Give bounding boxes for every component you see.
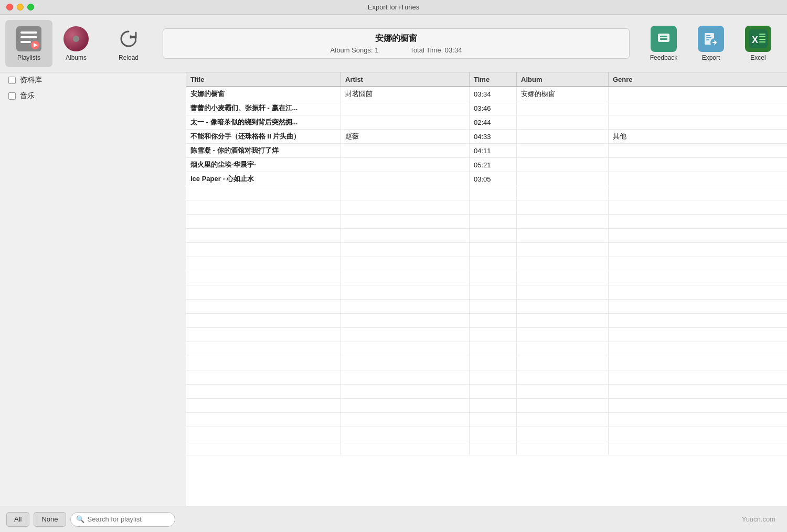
all-button[interactable]: All: [6, 512, 29, 527]
table-row[interactable]: [186, 271, 787, 285]
playlists-icon: [16, 26, 42, 52]
cell-title: 陈雪凝 - 你的酒馆对我打了烊: [186, 144, 341, 157]
col-artist: Artist: [341, 72, 470, 86]
cell-album: [517, 285, 609, 299]
playlists-button[interactable]: Playlists: [5, 20, 52, 67]
search-input[interactable]: [88, 515, 169, 523]
cell-time: [470, 271, 517, 285]
cell-album: [517, 314, 609, 327]
cell-time: 02:44: [470, 115, 517, 129]
cell-album: [517, 328, 609, 342]
close-button[interactable]: [6, 4, 13, 10]
table-row[interactable]: 太一 - 像暗杀似的绕到背后突然拥...02:44: [186, 115, 787, 130]
window-controls[interactable]: [6, 4, 34, 10]
cell-genre: [609, 87, 787, 101]
cell-album: [517, 130, 609, 143]
cell-genre: [609, 285, 787, 299]
cell-time: [470, 257, 517, 271]
table-row[interactable]: [186, 243, 787, 257]
cell-album: [517, 215, 609, 228]
library-checkbox[interactable]: [8, 77, 16, 84]
cell-artist: [341, 441, 470, 455]
toolbar: Playlists Albums Reload 安娜的橱窗 Album Song…: [0, 15, 787, 72]
cell-time: 03:46: [470, 101, 517, 115]
table-row[interactable]: [186, 356, 787, 370]
table-row[interactable]: [186, 413, 787, 427]
cell-genre: [609, 186, 787, 200]
music-checkbox[interactable]: [8, 92, 16, 100]
col-album: Album: [517, 72, 609, 86]
reload-label: Reload: [119, 54, 139, 61]
table-row[interactable]: [186, 385, 787, 399]
table-body[interactable]: 安娜的橱窗封茗囧菌03:34安娜的橱窗蕾蕾的小麦霸们、张振轩 - 赢在江...0…: [186, 87, 787, 506]
none-button[interactable]: None: [34, 512, 66, 527]
table-row[interactable]: [186, 300, 787, 314]
table-row[interactable]: [186, 229, 787, 243]
cell-artist: [341, 285, 470, 299]
table-row[interactable]: [186, 215, 787, 229]
table-row[interactable]: 不能和你分手（还珠格格 II 片头曲）赵薇04:33其他: [186, 130, 787, 144]
table-row[interactable]: [186, 427, 787, 441]
cell-time: 03:34: [470, 87, 517, 101]
cell-album: [517, 229, 609, 242]
cell-artist: [341, 172, 470, 186]
table-row[interactable]: [186, 370, 787, 385]
cell-album: [517, 271, 609, 285]
main-content: 资料库 音乐 Title Artist Time Album Genre 安娜的…: [0, 72, 787, 506]
minimize-button[interactable]: [17, 4, 24, 10]
table-row[interactable]: [186, 257, 787, 271]
feedback-button[interactable]: Feedback: [640, 20, 687, 67]
table-row[interactable]: 安娜的橱窗封茗囧菌03:34安娜的橱窗: [186, 87, 787, 101]
album-meta: Album Songs: 1 Total Time: 03:34: [331, 46, 462, 54]
table-row[interactable]: [186, 441, 787, 455]
cell-album: [517, 427, 609, 441]
cell-time: 04:11: [470, 144, 517, 157]
export-button[interactable]: Export: [687, 20, 735, 67]
table-row[interactable]: Ice Paper - 心如止水03:05: [186, 172, 787, 186]
table-row[interactable]: 烟火里的尘埃-华晨宇·05:21: [186, 158, 787, 172]
cell-title: 蕾蕾的小麦霸们、张振轩 - 赢在江...: [186, 101, 341, 115]
excel-button[interactable]: X Excel: [735, 20, 782, 67]
sidebar-item-music[interactable]: 音乐: [0, 88, 186, 104]
total-time: Total Time: 03:34: [410, 46, 462, 54]
svg-rect-3: [20, 41, 31, 43]
cell-album: [517, 243, 609, 257]
table-row[interactable]: [186, 200, 787, 215]
cell-genre: [609, 144, 787, 157]
cell-album: [517, 257, 609, 271]
maximize-button[interactable]: [27, 4, 34, 10]
svg-rect-8: [660, 38, 667, 40]
cell-artist: [341, 370, 470, 384]
cell-artist: 封茗囧菌: [341, 87, 470, 101]
cell-time: [470, 186, 517, 200]
cell-genre: [609, 385, 787, 398]
cell-album: [517, 385, 609, 398]
cell-album: 安娜的橱窗: [517, 87, 609, 101]
cell-time: [470, 342, 517, 356]
table-row[interactable]: 陈雪凝 - 你的酒馆对我打了烊04:11: [186, 144, 787, 158]
reload-button[interactable]: Reload: [105, 20, 152, 67]
cell-album: [517, 158, 609, 172]
svg-rect-7: [660, 36, 667, 37]
cell-genre: [609, 413, 787, 427]
albums-button[interactable]: Albums: [52, 20, 100, 67]
title-bar: Export for iTunes: [0, 0, 787, 15]
cell-album: [517, 144, 609, 157]
table-row[interactable]: [186, 328, 787, 342]
table-row[interactable]: [186, 342, 787, 356]
table-row[interactable]: 蕾蕾的小麦霸们、张振轩 - 赢在江...03:46: [186, 101, 787, 115]
cell-time: 03:05: [470, 172, 517, 186]
sidebar-item-library[interactable]: 资料库: [0, 72, 186, 88]
cell-album: [517, 200, 609, 214]
cell-artist: [341, 186, 470, 200]
cell-artist: [341, 300, 470, 313]
export-label: Export: [702, 54, 720, 61]
table-row[interactable]: [186, 399, 787, 413]
search-icon: 🔍: [76, 515, 84, 523]
table-row[interactable]: [186, 285, 787, 300]
table-row[interactable]: [186, 186, 787, 200]
table-row[interactable]: [186, 314, 787, 328]
search-box[interactable]: 🔍: [70, 512, 175, 527]
cell-artist: [341, 158, 470, 172]
playlists-label: Playlists: [17, 54, 40, 61]
